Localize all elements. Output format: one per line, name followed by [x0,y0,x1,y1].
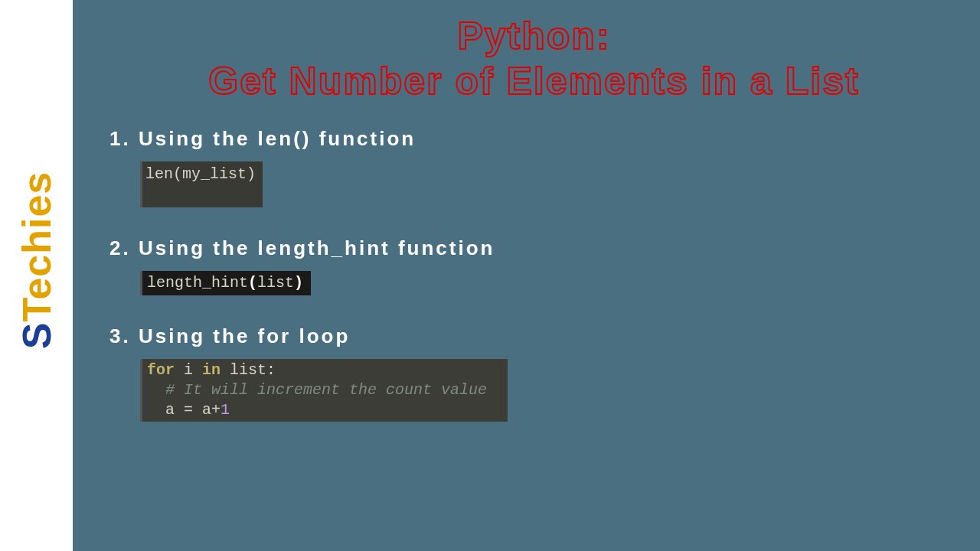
code-open: ( [248,274,257,292]
section-2-heading: 2. Using the length_hint function [109,236,965,260]
title-line-1: Python: [103,14,965,59]
code-fn: len [145,165,173,183]
var-a-lhs: a [165,401,184,419]
section-3: 3. Using the for loop for i in list: # I… [109,324,965,439]
section-3-heading: 3. Using the for loop [109,324,965,348]
var-list: list [220,361,266,379]
logo-part-s: S [15,322,59,350]
code-fn: length_hint [147,274,248,292]
code-close: ) [247,165,256,183]
code-block-lengthhint: length_hint(list) [140,271,311,295]
var-a-rhs: a [193,401,211,419]
section-1: 1. Using the len() function len(my_list) [109,127,965,224]
eq-sign: = [184,401,193,419]
section-1-heading: 1. Using the len() function [109,127,965,151]
code-close: ) [294,274,303,292]
code-arg: list [257,274,294,292]
code-block-forloop: for i in list: # It will increment the c… [140,359,508,422]
section-2: 2. Using the length_hint function length… [109,236,965,312]
code-open: ( [173,165,182,183]
brand-logo: STechies [14,171,60,349]
main-panel: Python: Get Number of Elements in a List… [73,0,980,551]
logo-part-t: T [15,300,59,322]
code-block-len: len(my_list) [140,161,263,207]
logo-part-rest: echies [15,171,59,300]
var-i: i [175,361,202,379]
plus-sign: + [211,401,220,419]
slide-title: Python: Get Number of Elements in a List [103,14,965,104]
left-sidebar: STechies [0,0,73,551]
num-one: 1 [220,401,230,419]
kw-in: in [202,361,220,379]
comment-line: # It will increment the count value [165,381,487,399]
title-line-2: Get Number of Elements in a List [103,59,965,104]
kw-for: for [147,361,175,379]
colon: : [266,361,276,379]
code-arg: my_list [182,165,247,183]
